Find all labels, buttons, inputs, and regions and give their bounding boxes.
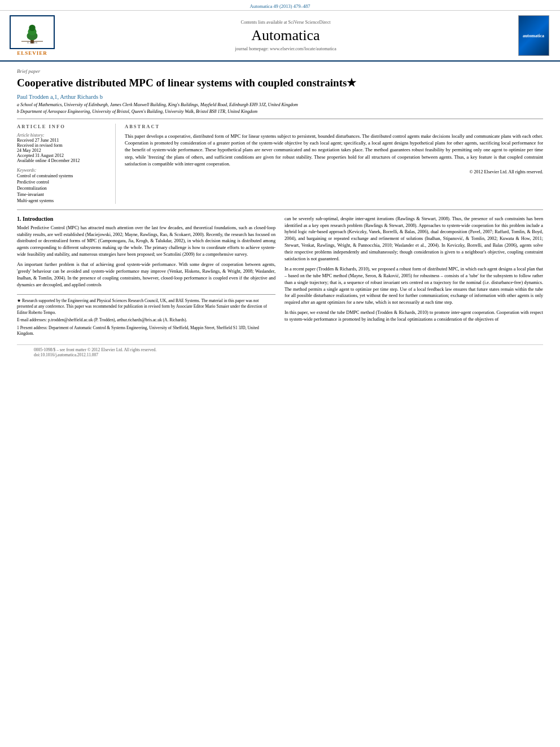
intro-paragraph-2: An important further problem is that of …: [17, 261, 275, 289]
doi-line: doi:10.1016/j.automatica.2012.11.007: [34, 352, 526, 357]
col-left: 1. Introduction Model Predictive Control…: [17, 216, 275, 339]
intro-paragraph-1: Model Predictive Control (MPC) has attra…: [17, 225, 275, 258]
history-section: Article history: Received 27 June 2011 R…: [17, 133, 110, 163]
bottom-bar: 0005-1098/$ – see front matter © 2012 El…: [17, 344, 543, 360]
article-info: ARTICLE INFO Article history: Received 2…: [17, 124, 116, 204]
received-revised-value: Received in revised form24 May 2012: [17, 143, 110, 153]
accepted-value: Accepted 31 August 2012: [17, 153, 110, 158]
footnote-1: 1 Present address: Department of Automat…: [17, 325, 275, 337]
article-info-heading: ARTICLE INFO: [17, 124, 110, 129]
homepage-line: journal homepage: www.elsevier.com/locat…: [63, 46, 508, 51]
divider-2: [17, 209, 543, 210]
header-center: Contents lists available at SciVerse Sci…: [63, 20, 508, 51]
available-value: Available online 4 December 2012: [17, 158, 110, 163]
keywords-section: Keywords: Control of constrained systems…: [17, 168, 110, 204]
journal-cover: automatica: [518, 15, 549, 56]
top-bar: Automatica 49 (2013) 479–487: [0, 0, 560, 11]
info-abstract: ARTICLE INFO Article history: Received 2…: [17, 124, 543, 204]
right-paragraph-1: can be severely sub-optimal, despite int…: [285, 216, 543, 263]
brief-paper-label: Brief paper: [17, 68, 543, 74]
paper-title: Cooperative distributed MPC of linear sy…: [17, 76, 543, 90]
keyword-3: Decentralization: [17, 185, 110, 191]
issn-line: 0005-1098/$ – see front matter © 2012 El…: [34, 347, 526, 352]
col-right: can be severely sub-optimal, despite int…: [285, 216, 543, 339]
keywords-list: Control of constrained systems Predictiv…: [17, 173, 110, 204]
keyword-1: Control of constrained systems: [17, 173, 110, 179]
abstract-text: This paper develops a cooperative, distr…: [125, 133, 543, 168]
affiliation-a: a School of Mathematics, University of E…: [17, 102, 543, 107]
logo-box: ELSEVIER: [10, 15, 55, 49]
cover-title: automatica: [523, 33, 544, 38]
elsevier-logo: ELSEVIER ELSEVIER: [7, 15, 58, 56]
divider-1: [17, 119, 543, 119]
right-paragraph-2: In a recent paper (Trodden & Richards, 2…: [285, 266, 543, 306]
journal-title: Automatica: [63, 27, 508, 44]
abstract-section: ABSTRACT This paper develops a cooperati…: [125, 124, 543, 204]
intro-heading: 1. Introduction: [17, 216, 275, 222]
two-col-body: 1. Introduction Model Predictive Control…: [17, 216, 543, 339]
abstract-copyright: © 2012 Elsevier Ltd. All rights reserved…: [125, 169, 543, 174]
received-value: Received 27 June 2011: [17, 138, 110, 143]
elsevier-tree-icon: ELSEVIER: [18, 21, 46, 43]
journal-volume: Automatica 49 (2013) 479–487: [250, 3, 310, 9]
history-label: Article history:: [17, 133, 110, 138]
affiliation-b: b Department of Aerospace Engineering, U…: [17, 109, 543, 114]
svg-point-3: [29, 25, 35, 31]
keywords-label: Keywords:: [17, 168, 110, 173]
keyword-4: Time-invariant: [17, 191, 110, 198]
elsevier-label: ELSEVIER: [17, 50, 47, 56]
footnotes: ★ Research supported by the Engineering …: [17, 294, 275, 337]
header-area: ELSEVIER ELSEVIER Contents lists availab…: [0, 11, 560, 62]
right-paragraph-3: In this paper, we extend the tube DMPC m…: [285, 309, 543, 323]
keyword-5: Multi-agent systems: [17, 198, 110, 204]
authors: Paul Trodden a,1, Arthur Richards b: [17, 94, 543, 100]
footnote-star: ★ Research supported by the Engineering …: [17, 298, 275, 316]
abstract-heading: ABSTRACT: [125, 124, 543, 129]
header-right: automatica: [514, 15, 553, 56]
keyword-2: Predictive control: [17, 179, 110, 185]
svg-text:ELSEVIER: ELSEVIER: [27, 42, 37, 43]
footnote-email: E-mail addresses: p.trodden@sheffield.ac…: [17, 317, 275, 324]
sciverse-line: Contents lists available at SciVerse Sci…: [63, 20, 508, 25]
paper-content: Brief paper Cooperative distributed MPC …: [0, 62, 560, 366]
